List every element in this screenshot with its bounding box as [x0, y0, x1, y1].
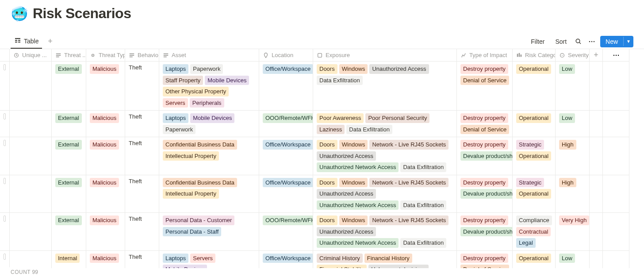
cell[interactable]: StrategicOperational	[513, 137, 556, 175]
tag[interactable]: Devalue product/sh...	[460, 227, 513, 237]
tag[interactable]: Intellectual Property	[163, 189, 219, 199]
tag[interactable]: Unhappy at decisions	[368, 265, 429, 268]
cell[interactable]	[590, 251, 603, 269]
column-header[interactable]: Behavio...	[125, 49, 159, 62]
cell[interactable]	[590, 137, 603, 175]
cell[interactable]: Malicious	[86, 111, 125, 137]
cell[interactable]: Personal Data - CustomerPersonal Data - …	[159, 213, 259, 251]
tag[interactable]: Devalue product/sh...	[460, 189, 513, 199]
tag[interactable]: Network - Live RJ45 Sockets	[369, 215, 448, 225]
cell[interactable]: Operational	[513, 251, 556, 269]
cell[interactable]: Destroy propertyDenial of Service	[457, 62, 513, 111]
tag[interactable]: Doors	[317, 140, 337, 150]
tag[interactable]: Destroy property	[460, 113, 508, 123]
cell[interactable]: DoorsWindowsUnauthorized AccessData Exfi…	[313, 62, 457, 111]
add-view-button[interactable]: +	[45, 36, 55, 47]
tag[interactable]: Internal	[55, 254, 80, 263]
tag[interactable]: External	[55, 178, 82, 188]
cell[interactable]: External	[52, 62, 86, 111]
cell[interactable]: Theft	[125, 251, 159, 269]
column-header[interactable]: Asset	[159, 49, 259, 62]
cell[interactable]: Poor AwarenessPoor Personal SecurityLazi…	[313, 111, 457, 137]
cell[interactable]: Destroy propertyDevalue product/sh...	[457, 137, 513, 175]
cell[interactable]: Criminal HistoryFinancial HistoryFinanci…	[313, 251, 457, 269]
row-checkbox[interactable]	[4, 113, 6, 119]
cell[interactable]	[603, 62, 629, 111]
cell[interactable]: Office/Workspace	[259, 175, 313, 213]
row-checkbox[interactable]	[4, 178, 6, 184]
column-header[interactable]	[0, 49, 10, 62]
cell[interactable]	[0, 137, 10, 175]
tag[interactable]: Servers	[190, 254, 215, 263]
tag[interactable]: Strategic	[516, 140, 544, 150]
tag[interactable]: Unauthorized Network Access	[317, 200, 399, 210]
cell[interactable]	[590, 111, 603, 137]
tag[interactable]: Laptops	[163, 64, 188, 74]
cell[interactable]	[0, 213, 10, 251]
cell[interactable]: High	[556, 137, 590, 175]
more-icon[interactable]	[603, 49, 629, 62]
cell[interactable]: Low	[556, 111, 590, 137]
page-icon[interactable]: 🥶	[11, 7, 28, 21]
filter-button[interactable]: Filter	[527, 36, 548, 47]
cell[interactable]: External	[52, 175, 86, 213]
tag[interactable]: Windows	[339, 64, 368, 74]
cell[interactable]: External	[52, 213, 86, 251]
cell[interactable]: Operational	[513, 111, 556, 137]
cell[interactable]	[10, 251, 52, 269]
tag[interactable]: Network - Live RJ45 Sockets	[369, 140, 448, 150]
column-header[interactable]: Type of Impact	[457, 49, 513, 62]
tag[interactable]: Mobile Devices	[205, 76, 249, 85]
tag[interactable]: Destroy property	[460, 254, 508, 263]
cell[interactable]: Theft	[125, 137, 159, 175]
cell[interactable]: Destroy propertyDenial of Service	[457, 111, 513, 137]
tag[interactable]: Data Exfiltration	[346, 125, 392, 135]
tag[interactable]: Doors	[317, 64, 337, 74]
tag[interactable]: Confidential Business Data	[163, 140, 237, 150]
tag[interactable]: External	[55, 140, 82, 150]
tag[interactable]: Laptops	[163, 254, 188, 263]
cell[interactable]	[603, 251, 629, 269]
tag[interactable]: Financial Stability	[317, 265, 367, 268]
tag[interactable]: Windows	[339, 140, 368, 150]
tag[interactable]: Malicious	[90, 113, 119, 123]
tag[interactable]: External	[55, 64, 82, 74]
tag[interactable]: Doors	[317, 215, 337, 225]
tag[interactable]: Unauthorized Network Access	[317, 162, 399, 172]
cell[interactable]: LaptopsPaperworkStaff PropertyMobile Dev…	[159, 62, 259, 111]
cell[interactable]: DoorsWindowsNetwork - Live RJ45 SocketsU…	[313, 213, 457, 251]
tag[interactable]: Malicious	[90, 178, 119, 188]
tag[interactable]: Office/Workspace	[263, 254, 313, 263]
tag[interactable]: Other Physical Property	[163, 87, 229, 96]
tag[interactable]: High	[559, 140, 576, 150]
column-header[interactable]: Severity	[556, 49, 590, 62]
cell[interactable]: Operational	[513, 62, 556, 111]
cell[interactable]: Malicious	[86, 251, 125, 269]
cell[interactable]: DoorsWindowsNetwork - Live RJ45 SocketsU…	[313, 137, 457, 175]
tag[interactable]: External	[55, 113, 82, 123]
cell[interactable]: Low	[556, 62, 590, 111]
tag[interactable]: Destroy property	[460, 64, 508, 74]
cell[interactable]	[10, 111, 52, 137]
tag[interactable]: Office/Workspace	[263, 178, 313, 188]
tag[interactable]: Windows	[339, 215, 368, 225]
cell[interactable]: Confidential Business DataIntellectual P…	[159, 175, 259, 213]
row-checkbox[interactable]	[4, 215, 6, 222]
tag[interactable]: Laptops	[163, 113, 188, 123]
cell[interactable]: Malicious	[86, 213, 125, 251]
cell[interactable]: Low	[556, 251, 590, 269]
cell[interactable]: Theft	[125, 62, 159, 111]
tag[interactable]: Operational	[516, 64, 551, 74]
cell[interactable]	[590, 213, 603, 251]
cell[interactable]	[0, 175, 10, 213]
tag[interactable]: Data Exfiltration	[400, 162, 446, 172]
tag[interactable]: Denial of Service	[460, 76, 509, 85]
new-button[interactable]: New ▼	[600, 36, 633, 47]
cell[interactable]: Office/Workspace	[259, 62, 313, 111]
tag[interactable]: Unauthorized Access	[317, 227, 376, 237]
tag[interactable]: Windows	[339, 178, 368, 188]
tag[interactable]: Denial of Service	[460, 125, 509, 135]
column-header[interactable]: Threat ...	[52, 49, 86, 62]
tag[interactable]: Staff Property	[163, 76, 203, 85]
tag[interactable]: Low	[559, 113, 575, 123]
